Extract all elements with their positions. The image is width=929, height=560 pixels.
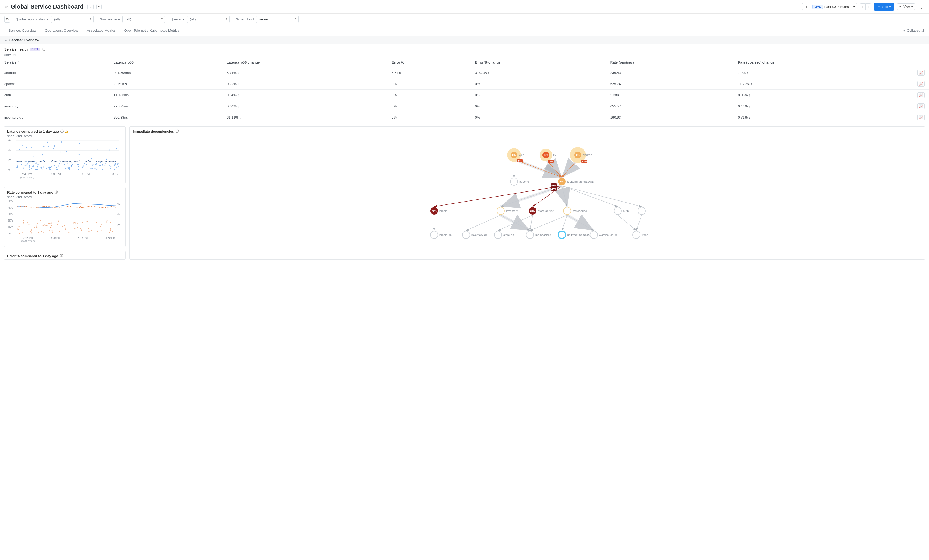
svg-point-229 <box>96 207 97 207</box>
svg-text:auth: auth <box>623 209 629 213</box>
tab-otel-k8s-metrics[interactable]: Open Telemetry Kubernetes Metrics <box>120 25 184 36</box>
svg-point-391 <box>633 231 640 239</box>
info-icon[interactable]: ⓘ <box>60 129 64 134</box>
col-latency-p50-change[interactable]: Latency p50 change <box>222 58 387 67</box>
tab-operations-overview[interactable]: Operations: Overview <box>41 25 83 36</box>
info-icon[interactable]: ⓘ <box>176 129 179 134</box>
filter-label-kube: $kube_app_instance <box>17 17 48 21</box>
view-button[interactable]: 👁 View ▾ <box>897 3 915 10</box>
svg-point-389 <box>590 231 598 239</box>
table-row[interactable]: apache2.959ms0.22% ↓0%0%525.7411.22% ↑📈 <box>0 78 929 90</box>
col-rate[interactable]: Rate (ops/sec) <box>606 58 734 67</box>
filter-select-kube[interactable]: (all)▾ <box>51 16 94 23</box>
svg-point-113 <box>99 165 100 166</box>
filter-select-service[interactable]: (all)▾ <box>187 16 230 23</box>
title-dropdown-button[interactable]: ▾ <box>96 4 102 9</box>
svg-point-312 <box>52 231 53 232</box>
time-range-chevron-icon[interactable]: ▾ <box>854 5 855 8</box>
col-rate-change[interactable]: Rate (ops/sec) change <box>733 58 913 67</box>
chevron-down-icon: ▾ <box>911 5 913 8</box>
svg-point-307 <box>49 230 50 231</box>
svg-point-203 <box>67 206 67 207</box>
svg-text:warehouse: warehouse <box>572 209 587 213</box>
table-row[interactable]: inventory-db290.38µs61.11% ↓0%0%160.930.… <box>0 112 929 123</box>
row-chart-icon[interactable]: 📈 <box>917 70 925 75</box>
col-error-pct[interactable]: Error % <box>387 58 471 67</box>
time-range-picker[interactable]: ⏸ LIVE Last 60 minutes ▾ <box>802 3 857 10</box>
collapse-all-button[interactable]: ⤡ Collapse all <box>903 25 925 36</box>
chevron-down-icon[interactable]: ⌄ <box>4 38 7 42</box>
svg-text:9%: 9% <box>560 180 563 183</box>
svg-point-33 <box>26 161 27 162</box>
chevron-down-icon: ▾ <box>295 17 296 20</box>
svg-point-112 <box>59 163 60 164</box>
title-expand-button[interactable]: ⇅ <box>87 4 94 9</box>
section-header[interactable]: ⌄ Service: Overview <box>0 36 929 44</box>
more-menu-icon[interactable]: ⋮ <box>918 3 925 11</box>
time-next-button[interactable]: › <box>865 3 871 10</box>
svg-point-45 <box>106 159 107 160</box>
svg-point-383 <box>494 231 502 239</box>
info-icon[interactable]: ⓘ <box>42 47 46 52</box>
svg-point-210 <box>75 207 75 207</box>
plus-icon: ＋ <box>877 4 881 9</box>
svg-point-99 <box>72 164 73 165</box>
svg-point-311 <box>107 220 108 221</box>
svg-line-338 <box>562 186 642 207</box>
row-chart-icon[interactable]: 📈 <box>917 92 925 98</box>
svg-point-145 <box>38 207 38 208</box>
svg-point-81 <box>32 166 34 167</box>
svg-text:4s: 4s <box>8 149 11 152</box>
filter-select-span-kind[interactable]: server▾ <box>256 16 299 23</box>
settings-icon[interactable]: ⚙ <box>4 16 10 23</box>
row-chart-icon[interactable]: 📈 <box>917 115 925 120</box>
svg-point-184 <box>46 206 46 207</box>
svg-point-116 <box>77 164 78 165</box>
svg-point-261 <box>80 228 81 229</box>
pause-icon[interactable]: ⏸ <box>805 5 808 9</box>
col-latency-p50[interactable]: Latency p50 <box>109 58 222 67</box>
svg-point-154 <box>101 207 102 207</box>
table-row[interactable]: auth11.183ms0.64% ↑0%0%2.38K8.03% ↑📈 <box>0 90 929 101</box>
filter-select-namespace[interactable]: (all)▾ <box>123 16 165 23</box>
svg-point-316 <box>75 223 76 223</box>
svg-point-96 <box>105 163 106 164</box>
svg-point-275 <box>77 226 78 228</box>
svg-point-89 <box>110 168 111 169</box>
row-chart-icon[interactable]: 📈 <box>917 103 925 109</box>
svg-point-374 <box>563 207 571 214</box>
svg-point-235 <box>102 207 103 208</box>
svg-point-40 <box>33 156 34 158</box>
svg-point-214 <box>79 207 80 208</box>
col-error-pct-change[interactable]: Error % change <box>471 58 606 67</box>
svg-point-98 <box>35 163 37 164</box>
svg-point-26 <box>114 165 115 166</box>
svg-text:(GMT-07:00): (GMT-07:00) <box>20 176 34 179</box>
svg-point-125 <box>115 164 116 165</box>
svg-point-155 <box>109 207 109 208</box>
svg-point-228 <box>95 207 95 207</box>
svg-point-106 <box>59 160 60 161</box>
warning-icon[interactable]: ⚠ <box>65 130 68 133</box>
table-row[interactable]: inventory77.775ms0.64% ↓0%0%655.570.44% … <box>0 101 929 112</box>
svg-point-8 <box>100 162 101 163</box>
tab-service-overview[interactable]: Service: Overview <box>4 25 41 36</box>
svg-point-91 <box>66 151 67 152</box>
svg-point-299 <box>36 227 37 228</box>
col-service[interactable]: Service⌃ <box>0 58 109 67</box>
svg-point-87 <box>47 142 48 143</box>
svg-point-306 <box>73 223 74 223</box>
svg-point-236 <box>104 207 104 208</box>
row-chart-icon[interactable]: 📈 <box>917 81 925 87</box>
favorite-star-icon[interactable]: ☆ <box>4 4 8 9</box>
dependency-graph[interactable]: 8%web12%iOS6%androidapache9%krakend-api-… <box>133 134 922 243</box>
svg-point-75 <box>67 167 69 168</box>
svg-point-15 <box>29 167 30 168</box>
info-icon[interactable]: ⓘ <box>55 190 58 195</box>
time-prev-button[interactable]: ‹ <box>860 3 865 10</box>
info-icon[interactable]: ⓘ <box>60 254 63 258</box>
tab-associated-metrics[interactable]: Associated Metrics <box>83 25 120 36</box>
svg-point-34 <box>26 147 27 148</box>
table-row[interactable]: android201.596ms6.71% ↓5.54%315.3% ↑236.… <box>0 67 929 78</box>
add-button[interactable]: ＋ Add ▾ <box>874 3 894 11</box>
